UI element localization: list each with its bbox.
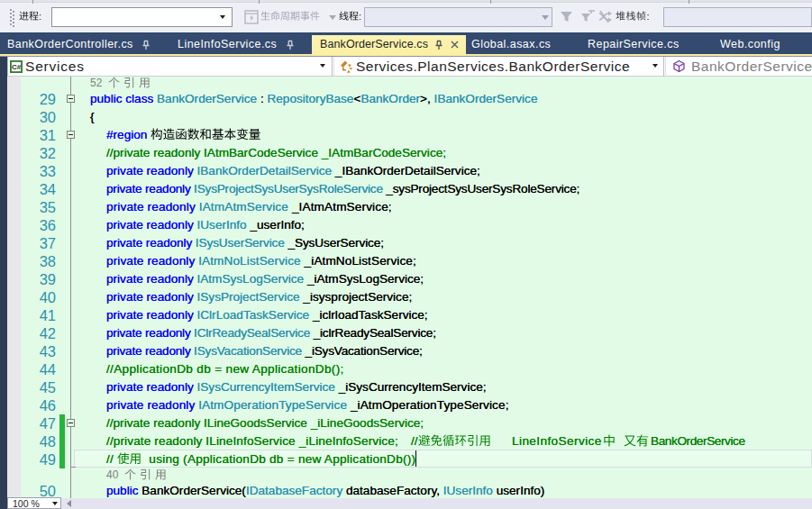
svg-text:C#: C# <box>12 63 22 71</box>
